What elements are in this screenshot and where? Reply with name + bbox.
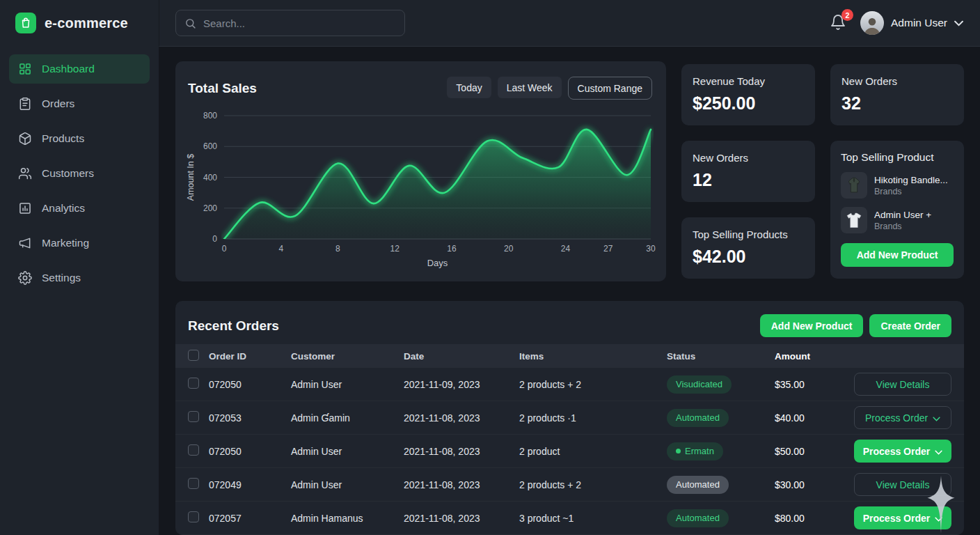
sidebar-item-products[interactable]: Products bbox=[9, 124, 150, 153]
svg-text:800: 800 bbox=[203, 111, 217, 121]
stat-label: Revenue Today bbox=[693, 75, 804, 87]
add-new-product-button[interactable]: Add New Product bbox=[841, 243, 954, 267]
grid-icon bbox=[18, 62, 32, 76]
search-box bbox=[175, 10, 405, 36]
chart-icon bbox=[18, 201, 32, 215]
create-order-button[interactable]: Create Order bbox=[869, 314, 951, 337]
sidebar-item-analytics[interactable]: Analytics bbox=[9, 194, 150, 223]
product-list: Hikoting Bandle... Brands Admin User + B… bbox=[841, 172, 954, 233]
row-checkbox[interactable] bbox=[188, 511, 199, 522]
range-button-custom-range[interactable]: Custom Range bbox=[568, 77, 652, 100]
row-checkbox[interactable] bbox=[188, 378, 199, 389]
svg-text:20: 20 bbox=[504, 244, 514, 254]
select-all-checkbox[interactable] bbox=[188, 350, 199, 361]
sidebar-item-dashboard[interactable]: Dashboard bbox=[9, 54, 150, 84]
sidebar-item-settings[interactable]: Settings bbox=[9, 263, 150, 293]
row-checkbox[interactable] bbox=[188, 411, 199, 422]
chevron-down-icon bbox=[935, 513, 942, 524]
top-selling-product-card: Top Selling Product Hikoting Bandle... B… bbox=[830, 141, 964, 279]
sidebar-item-customers[interactable]: Customers bbox=[9, 159, 150, 188]
stat-value: 32 bbox=[841, 93, 953, 114]
status-badge: Ermatn bbox=[667, 442, 723, 460]
main-content: Total Sales TodayLast WeekCustom Range 0… bbox=[159, 47, 980, 535]
order-id: 072049 bbox=[209, 479, 291, 490]
megaphone-icon bbox=[18, 236, 32, 250]
chevron-down-icon bbox=[933, 412, 940, 424]
order-items: 2 products + 2 bbox=[519, 379, 667, 390]
topbar: 2 Admin User bbox=[159, 0, 980, 47]
order-date: 2021-11-08, 2023 bbox=[404, 513, 519, 524]
order-items: 2 product bbox=[519, 446, 667, 457]
stat-value: $42.00 bbox=[693, 247, 804, 267]
svg-text:16: 16 bbox=[447, 244, 457, 254]
order-date: 2021-11-09, 2023 bbox=[404, 379, 519, 390]
range-button-today[interactable]: Today bbox=[447, 77, 491, 98]
product-name: Hikoting Bandle... bbox=[874, 175, 948, 185]
brand-name: e-commerce bbox=[45, 15, 128, 31]
svg-text:30: 30 bbox=[646, 244, 656, 254]
sidebar-item-orders[interactable]: Orders bbox=[9, 89, 150, 118]
orders-add-new-product-button[interactable]: Add New Product bbox=[760, 314, 864, 337]
notification-badge: 2 bbox=[841, 9, 853, 21]
order-date: 2021-11-08, 2023 bbox=[404, 412, 519, 424]
stat-label: Top Selling Products bbox=[693, 228, 804, 240]
user-name: Admin User bbox=[891, 17, 947, 29]
svg-text:600: 600 bbox=[203, 141, 217, 151]
process-order-button[interactable]: Process Order bbox=[854, 406, 951, 429]
table-row: 072053 Admin Ɠamin 2021-11-08, 2023 2 pr… bbox=[175, 401, 964, 435]
process-order-button[interactable]: Process Order bbox=[854, 506, 951, 529]
top-selling-title: Top Selling Product bbox=[841, 151, 954, 164]
stat-value: 12 bbox=[693, 170, 804, 190]
view-details-button[interactable]: View Details bbox=[854, 473, 951, 496]
search-input[interactable] bbox=[203, 17, 396, 29]
table-row: 072050 Admin User 2021-11-08, 2023 2 pro… bbox=[175, 435, 964, 468]
column-header-status: Status bbox=[667, 351, 775, 362]
order-amount: $35.00 bbox=[775, 379, 854, 390]
stat-card-top-selling-products: Top Selling Products $42.00 bbox=[681, 217, 815, 279]
order-items: 2 products + 2 bbox=[519, 479, 667, 490]
product-brand: Brands bbox=[874, 187, 948, 196]
sidebar-item-label: Settings bbox=[42, 272, 81, 284]
order-customer: Admin User bbox=[291, 379, 404, 390]
product-list-item[interactable]: Admin User + Brands bbox=[841, 207, 954, 233]
column-header-customer: Customer bbox=[291, 351, 404, 362]
svg-text:400: 400 bbox=[203, 173, 217, 183]
brand: e-commerce bbox=[0, 0, 159, 45]
avatar bbox=[860, 11, 884, 35]
user-menu[interactable]: Admin User bbox=[860, 11, 963, 35]
svg-text:0: 0 bbox=[222, 244, 227, 254]
users-icon bbox=[18, 166, 32, 180]
stat-card-new-orders: New Orders 12 bbox=[681, 141, 815, 202]
sidebar: e-commerce Dashboard Orders Products Cus… bbox=[0, 0, 159, 535]
gear-icon bbox=[18, 271, 32, 285]
recent-orders-card: Recent Orders Add New Product Create Ord… bbox=[175, 301, 964, 535]
status-badge: Visudicated bbox=[667, 375, 732, 394]
total-sales-title: Total Sales bbox=[188, 81, 257, 96]
svg-text:Days: Days bbox=[427, 258, 448, 268]
order-customer: Admin Ɠamin bbox=[291, 412, 404, 424]
order-items: 3 product ~1 bbox=[519, 513, 667, 524]
sidebar-item-label: Products bbox=[42, 132, 84, 145]
svg-text:12: 12 bbox=[390, 244, 400, 254]
process-order-button[interactable]: Process Order bbox=[854, 440, 951, 463]
stat-card-new-orders: New Orders 32 bbox=[830, 64, 964, 125]
clipboard-icon bbox=[18, 97, 32, 111]
product-list-item[interactable]: Hikoting Bandle... Brands bbox=[841, 172, 954, 199]
orders-table-body: 072050 Admin User 2021-11-09, 2023 2 pro… bbox=[175, 368, 964, 535]
view-details-button[interactable]: View Details bbox=[854, 373, 951, 396]
column-header-order-id: Order ID bbox=[209, 351, 291, 362]
stat-card-revenue-today: Revenue Today $250.00 bbox=[681, 64, 815, 125]
order-amount: $50.00 bbox=[775, 446, 854, 457]
chevron-down-icon bbox=[935, 446, 942, 457]
sidebar-item-marketing[interactable]: Marketing bbox=[9, 228, 150, 258]
status-badge: Automated bbox=[667, 409, 729, 427]
order-customer: Admin User bbox=[291, 479, 404, 490]
notifications-button[interactable]: 2 bbox=[830, 14, 848, 32]
row-checkbox[interactable] bbox=[188, 478, 199, 489]
row-checkbox[interactable] bbox=[188, 444, 199, 456]
order-id: 072057 bbox=[209, 513, 291, 524]
column-header-amount: Amount bbox=[775, 351, 854, 362]
total-sales-card: Total Sales TodayLast WeekCustom Range 0… bbox=[175, 61, 666, 281]
date-range-group: TodayLast WeekCustom Range bbox=[447, 77, 652, 100]
range-button-last-week[interactable]: Last Week bbox=[498, 77, 562, 98]
